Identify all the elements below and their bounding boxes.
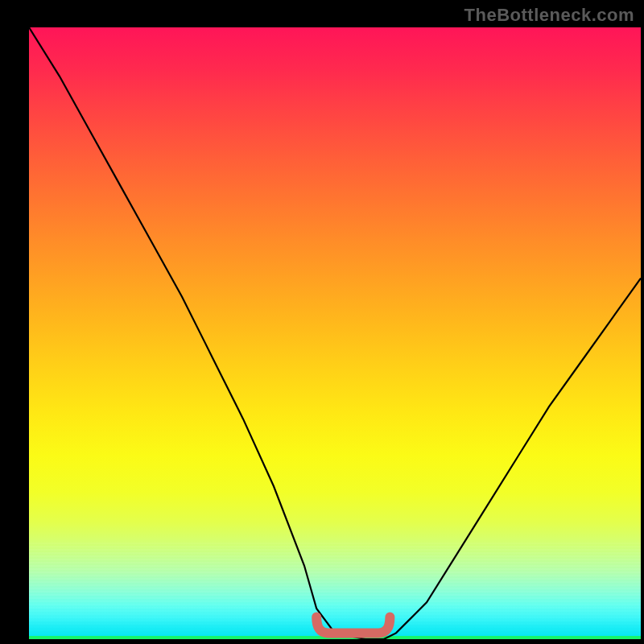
bottleneck-curve-line bbox=[29, 27, 641, 639]
watermark-text: TheBottleneck.com bbox=[464, 5, 634, 26]
valley-marker bbox=[316, 617, 390, 633]
plot-area bbox=[29, 27, 641, 639]
curve-svg bbox=[29, 27, 641, 639]
chart-frame: TheBottleneck.com bbox=[0, 0, 644, 644]
